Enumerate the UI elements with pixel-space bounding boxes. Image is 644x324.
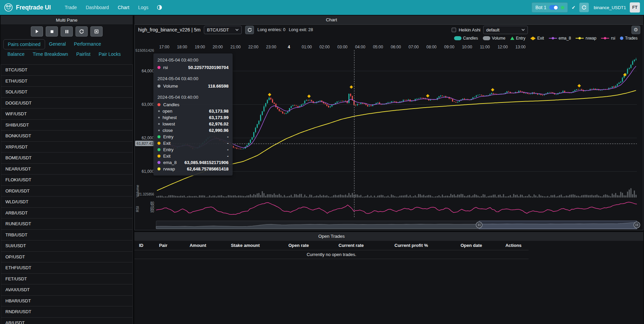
chart-canvas[interactable]: CandlesVolumeEntryExitema_8rvwaprsiTrade… — [135, 35, 643, 230]
datazoom-handle[interactable] — [476, 222, 482, 228]
series-marker-dot — [157, 85, 160, 88]
pair-list-item[interactable]: ORDI/USDT — [1, 186, 133, 197]
pair-list-item[interactable]: WLD/USDT — [1, 196, 133, 208]
pair-select-value: BTC/USDT — [207, 27, 229, 32]
bot-toggle[interactable] — [549, 5, 558, 10]
legend-item-trades[interactable]: Trades — [620, 36, 638, 41]
pair-list-item[interactable]: ETHFI/USDT — [1, 262, 133, 274]
crosshair-price-label: 61,827.41 — [135, 141, 155, 146]
svg-text:61,000: 61,000 — [142, 169, 154, 174]
svg-text:12:00: 12:00 — [498, 45, 508, 49]
navbar: Freqtrade UI TradeDashboardChartLogs Bot… — [0, 0, 644, 15]
svg-text:515051426: 515051426 — [135, 48, 154, 52]
svg-text:11:00: 11:00 — [480, 45, 490, 49]
pair-list-item[interactable]: NEAR/USDT — [1, 164, 133, 175]
bot-selector[interactable]: Bot 1 — [532, 2, 568, 13]
series-marker-dot — [158, 117, 160, 118]
brand[interactable]: Freqtrade UI — [4, 3, 51, 12]
svg-text:01:00: 01:00 — [302, 45, 312, 49]
datazoom-handle[interactable] — [634, 222, 640, 228]
svg-text:62,000: 62,000 — [142, 136, 154, 140]
pair-list-item[interactable]: DOGE/USDT — [1, 98, 133, 109]
pair-list-item[interactable]: FET/USDT — [1, 274, 133, 285]
svg-text:64,000: 64,000 — [142, 69, 154, 73]
legend-item-rvwap[interactable]: rvwap — [576, 36, 596, 41]
svg-text:19:00: 19:00 — [195, 45, 205, 49]
trades-col-amount: Amount — [178, 241, 217, 250]
pair-list-item[interactable]: BONK/USDT — [1, 131, 133, 142]
trades-col-current-profit-: Current profit % — [378, 241, 444, 250]
pair-list-item[interactable]: ARB/USDT — [1, 208, 133, 219]
tab-pair-locks[interactable]: Pair Locks — [94, 49, 125, 59]
plot-settings-gear-button[interactable]: ⚙ — [631, 26, 640, 34]
start-bot-button[interactable] — [31, 26, 43, 37]
tab-pairlist[interactable]: Pairlist — [72, 49, 94, 59]
open-trades-title: Open Trades — [134, 232, 529, 241]
trades-legend-marker — [620, 37, 623, 40]
legend-item-ema_8[interactable]: ema_8 — [549, 36, 571, 41]
stop-icon — [50, 29, 54, 34]
brand-title: Freqtrade UI — [16, 4, 51, 11]
tooltip-row-exit: Exit- — [157, 153, 229, 159]
pair-list-item[interactable]: FLOKI/USDT — [1, 175, 133, 186]
tooltip-row-highest: highest63,173.99 — [157, 114, 229, 121]
stop-bot-button[interactable] — [46, 26, 58, 37]
rsi-legend-marker — [601, 37, 609, 40]
legend-item-entry[interactable]: Entry — [510, 36, 525, 41]
datazoom-window[interactable] — [479, 221, 637, 229]
pair-list-item[interactable]: SHIB/USDT — [1, 120, 133, 131]
pause-bot-button[interactable] — [61, 26, 73, 37]
pair-list-item[interactable]: XRP/USDT — [1, 142, 133, 153]
theme-toggle-icon[interactable] — [157, 5, 162, 10]
long-entries-label: Long entries: 0 — [257, 27, 285, 32]
pair-list-item[interactable]: HBAR/USDT — [1, 296, 133, 307]
legend-item-candles[interactable]: Candles — [454, 36, 478, 41]
pair-list-item[interactable]: OP/USDT — [1, 252, 133, 263]
nav-link-trade[interactable]: Trade — [60, 5, 81, 10]
series-marker-dot — [157, 135, 160, 138]
pair-list-item[interactable]: BTC/USDT — [1, 65, 133, 76]
cancel-orders-icon — [94, 29, 99, 34]
pair-list-item[interactable]: SOL/USDT — [1, 87, 133, 98]
tab-time-breakdown[interactable]: Time Breakdown — [29, 49, 72, 59]
legend-item-exit[interactable]: Exit — [530, 36, 544, 41]
tab-pairs-combined[interactable]: Pairs combined — [3, 39, 45, 49]
plot-config-select[interactable]: default — [483, 26, 528, 34]
legend-item-rsi[interactable]: rsi — [601, 36, 615, 41]
chevron-down-icon — [521, 29, 525, 31]
pair-list-item[interactable]: RNDR/USDT — [1, 306, 133, 318]
pair-list-item[interactable]: AVAX/USDT — [1, 284, 133, 296]
datazoom-navigator[interactable] — [156, 221, 640, 229]
tab-general[interactable]: General — [45, 39, 70, 49]
open-trades-header-row: IDPairAmountStake amountOpen rateCurrent… — [134, 241, 529, 250]
refresh-button[interactable] — [579, 3, 589, 12]
nav-link-dashboard[interactable]: Dashboard — [81, 5, 113, 10]
open-trades-empty-row: Currently no open trades. — [134, 250, 529, 259]
multi-pane-sidebar: Multi Pane Pairs combinedGeneralPerforma… — [1, 16, 133, 324]
user-avatar[interactable]: FT — [630, 2, 640, 13]
pair-list-item[interactable]: RUNE/USDT — [1, 218, 133, 230]
pair-list-item[interactable]: SUI/USDT — [1, 240, 133, 252]
nav-link-chart[interactable]: Chart — [113, 5, 134, 10]
nav-link-logs[interactable]: Logs — [134, 5, 153, 10]
sidebar-tabs: Pairs combinedGeneralPerformanceBalanceT… — [1, 37, 133, 59]
trades-col-stake-amount: Stake amount — [217, 241, 273, 250]
tab-balance[interactable]: Balance — [3, 49, 29, 59]
bot-online-dot — [561, 6, 564, 9]
heikin-ashi-checkbox[interactable] — [452, 28, 456, 32]
pair-select[interactable]: BTC/USDT — [204, 26, 242, 34]
pair-list-item[interactable]: AR/USDT — [1, 318, 133, 324]
chart-refresh-button[interactable] — [245, 26, 254, 34]
tab-performance[interactable]: Performance — [70, 39, 105, 49]
tooltip-row-entry: Entry- — [157, 146, 229, 153]
pair-list-item[interactable]: WIF/USDT — [1, 109, 133, 120]
legend-item-volume[interactable]: Volume — [483, 36, 506, 41]
reload-icon — [248, 28, 252, 32]
check-icon[interactable]: ✓ — [572, 5, 576, 10]
cancel-open-orders-button[interactable] — [90, 26, 103, 37]
pair-list-item[interactable]: TRB/USDT — [1, 230, 133, 241]
multi-pane-title: Multi Pane — [1, 16, 133, 24]
reload-config-button[interactable] — [76, 26, 88, 37]
pair-list-item[interactable]: BOME/USDT — [1, 153, 133, 164]
pair-list-item[interactable]: ETH/USDT — [1, 76, 133, 87]
